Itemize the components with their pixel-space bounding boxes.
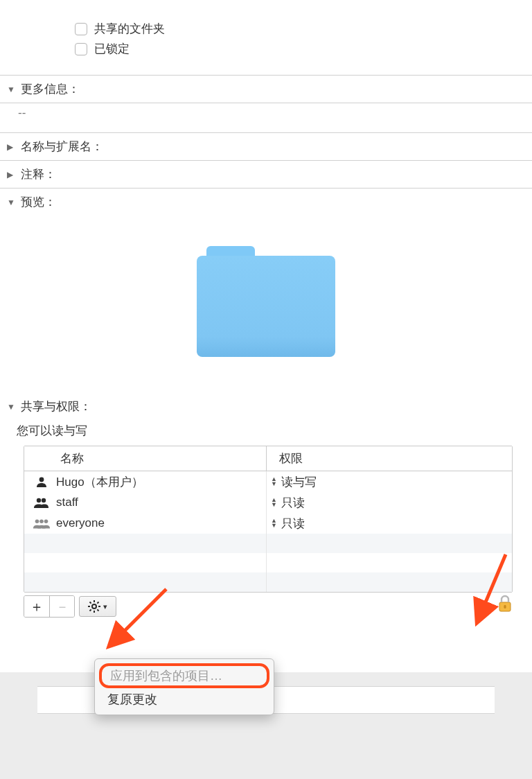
name-extension-header[interactable]: ▶ 名称与扩展名： (0, 133, 532, 161)
column-name-header[interactable]: 名称 (24, 446, 267, 471)
permissions-table: 名称 权限 Hugo（本用户） ▲▼ 读与写 (24, 446, 513, 593)
users-icon (33, 496, 51, 509)
preview-title: 预览： (21, 194, 56, 210)
table-row-empty (24, 553, 512, 572)
sharing-summary: 您可以读与写 (7, 419, 525, 446)
general-checkboxes: 共享的文件夹 已锁定 (0, 0, 532, 76)
stepper-icon[interactable]: ▲▼ (271, 498, 277, 507)
name-extension-title: 名称与扩展名： (21, 139, 103, 155)
action-menu-button[interactable]: ▾ (79, 596, 116, 617)
row-name: staff (56, 496, 78, 509)
menu-revert-changes[interactable]: 复原更改 (95, 688, 274, 710)
more-info-body: -- (0, 103, 532, 133)
svg-point-4 (39, 519, 44, 523)
svg-point-0 (39, 478, 44, 482)
preview-header[interactable]: ▼ 预览： (0, 189, 532, 216)
more-info-title: 更多信息： (21, 81, 80, 97)
table-row-empty (24, 572, 512, 592)
svg-point-6 (92, 604, 96, 609)
svg-point-3 (35, 519, 39, 523)
svg-point-2 (42, 498, 46, 502)
svg-point-5 (44, 519, 48, 523)
svg-line-11 (90, 602, 91, 604)
comments-title: 注释： (21, 166, 56, 182)
more-info-value: -- (18, 106, 26, 119)
shared-folder-label: 共享的文件夹 (94, 21, 165, 37)
row-privilege: 只读 (281, 495, 305, 511)
disclosure-down-icon: ▼ (7, 198, 17, 207)
row-name: everyone (56, 516, 105, 530)
svg-line-13 (97, 602, 98, 604)
remove-user-button[interactable]: － (49, 596, 74, 617)
disclosure-down-icon: ▼ (7, 85, 17, 94)
more-info-header[interactable]: ▼ 更多信息： (0, 76, 532, 103)
folder-icon (197, 246, 335, 357)
locked-label: 已锁定 (94, 41, 130, 57)
table-row[interactable]: Hugo（本用户） ▲▼ 读与写 (24, 471, 512, 492)
locked-checkbox[interactable] (75, 43, 87, 55)
stepper-icon[interactable]: ▲▼ (271, 518, 277, 528)
permissions-toolbar: ＋ － ▾ (24, 593, 513, 620)
comments-header[interactable]: ▶ 注释： (0, 161, 532, 189)
svg-line-12 (97, 609, 98, 611)
menu-apply-to-enclosed[interactable]: 应用到包含的项目… (99, 663, 269, 688)
svg-line-14 (90, 609, 91, 611)
disclosure-down-icon: ▼ (7, 402, 17, 412)
stepper-icon[interactable]: ▲▼ (271, 477, 277, 487)
group-icon (33, 516, 51, 530)
svg-rect-16 (504, 605, 506, 609)
sharing-permissions-header[interactable]: ▼ 共享与权限： (7, 399, 525, 419)
svg-point-1 (37, 498, 41, 502)
user-icon (33, 475, 51, 489)
row-name: Hugo（本用户） (56, 474, 143, 490)
table-row[interactable]: staff ▲▼ 只读 (24, 492, 512, 513)
add-user-button[interactable]: ＋ (24, 596, 49, 617)
disclosure-right-icon: ▶ (7, 170, 17, 180)
row-privilege: 只读 (281, 516, 305, 532)
lock-icon[interactable] (497, 595, 513, 616)
menu-item-label: 复原更改 (107, 692, 157, 706)
row-privilege: 读与写 (281, 474, 317, 490)
sharing-permissions-title: 共享与权限： (21, 399, 91, 414)
chevron-down-icon: ▾ (103, 602, 107, 611)
column-privilege-header[interactable]: 权限 (267, 446, 512, 471)
disclosure-right-icon: ▶ (7, 142, 17, 152)
table-row[interactable]: everyone ▲▼ 只读 (24, 513, 512, 534)
action-menu: 应用到包含的项目… 复原更改 (94, 658, 274, 715)
preview-body (0, 216, 532, 393)
menu-item-label: 应用到包含的项目… (110, 669, 222, 683)
table-row-empty (24, 534, 512, 553)
gear-icon (88, 600, 100, 613)
shared-folder-checkbox[interactable] (75, 23, 87, 35)
